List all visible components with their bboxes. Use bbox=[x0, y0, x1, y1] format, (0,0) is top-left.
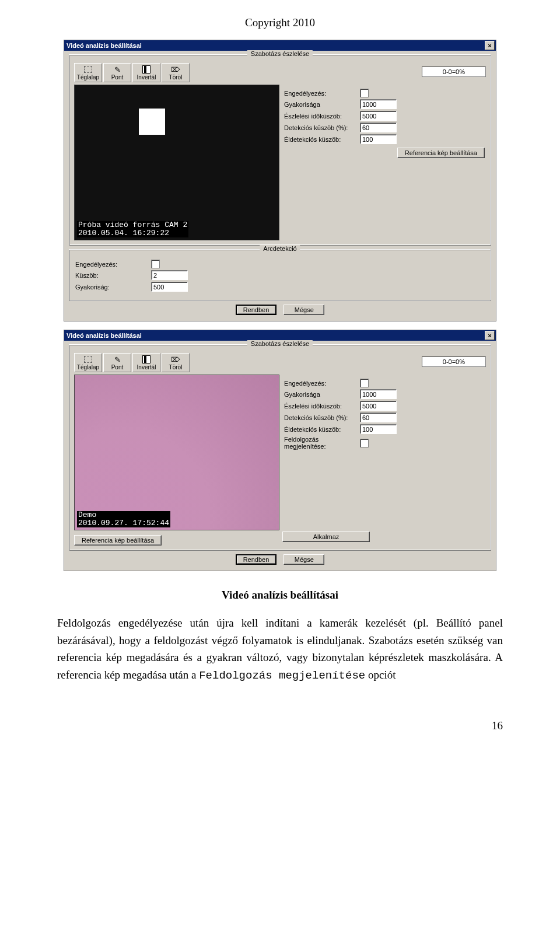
erase-icon bbox=[163, 65, 188, 74]
camera-osd: Próba videó forrás CAM 2 2010.05.04. 16:… bbox=[77, 221, 188, 237]
mask-region bbox=[139, 109, 165, 135]
tool-erase-label: Töröl bbox=[169, 74, 183, 81]
tool-invert-label: Invertál bbox=[137, 364, 156, 370]
inline-code: Feldolgozás megjelenítése bbox=[199, 669, 365, 682]
tool-point-label: Pont bbox=[111, 74, 124, 81]
sabotage-legend: Szabotázs észlelése bbox=[247, 340, 313, 347]
tool-rect-label: Téglalap bbox=[77, 364, 99, 370]
sabotage-group: Szabotázs észlelése Téglalap Pont Invert… bbox=[69, 54, 491, 246]
camera-preview[interactable]: Demo 2010.09.27. 17:52:44 bbox=[74, 375, 279, 530]
detect-time-input[interactable] bbox=[360, 111, 397, 121]
mask-toolbar: Téglalap Pont Invertál Töröl bbox=[74, 353, 191, 372]
sabotage-status: 0-0=0% bbox=[422, 67, 486, 77]
camera-preview[interactable]: Próba videó forrás CAM 2 2010.05.04. 16:… bbox=[74, 85, 279, 240]
freq-label: Gyakorisága bbox=[284, 391, 360, 398]
tool-invert-label: Invertál bbox=[137, 74, 156, 81]
tool-erase[interactable]: Töröl bbox=[162, 63, 190, 82]
tool-invert[interactable]: Invertál bbox=[132, 63, 160, 82]
face-legend: Arcdetekció bbox=[260, 245, 300, 252]
ok-button[interactable]: Rendben bbox=[236, 554, 277, 565]
invert-icon bbox=[142, 65, 150, 74]
edge-thresh-input[interactable] bbox=[360, 424, 397, 434]
show-proc-label: Feldolgozás megjelenítése: bbox=[284, 436, 360, 450]
window-title: Videó analízis beállításai bbox=[66, 42, 142, 49]
enable-checkbox[interactable] bbox=[360, 89, 369, 97]
page-number: 16 bbox=[57, 719, 503, 732]
title-bar: Videó analízis beállításai × bbox=[64, 40, 496, 51]
ok-button[interactable]: Rendben bbox=[236, 305, 277, 315]
edge-thresh-label: Éldetekciós küszöb: bbox=[284, 426, 360, 433]
rect-icon bbox=[84, 356, 92, 363]
tool-rect[interactable]: Téglalap bbox=[74, 353, 102, 372]
figure-caption: Videó analízis beállításai bbox=[57, 586, 503, 603]
tool-point[interactable]: Pont bbox=[103, 353, 131, 372]
cancel-button[interactable]: Mégse bbox=[284, 305, 324, 315]
sabotage-status: 0-0=0% bbox=[422, 356, 486, 367]
sabotage-group: Szabotázs észlelése Téglalap Pont Invert… bbox=[69, 344, 491, 551]
reference-image-button[interactable]: Referencia kép beállítása bbox=[397, 148, 485, 158]
video-analysis-dialog-1: Videó analízis beállításai × Szabotázs é… bbox=[64, 40, 496, 321]
tool-erase-label: Töröl bbox=[169, 364, 183, 370]
detect-thresh-input[interactable] bbox=[360, 123, 397, 132]
page-header: Copyright 2010 bbox=[57, 0, 503, 40]
enable-checkbox[interactable] bbox=[360, 379, 369, 387]
detect-thresh-label: Detekciós küszöb (%): bbox=[284, 414, 360, 421]
sabotage-params: Engedélyezés: Gyakorisága Észlelési idők… bbox=[283, 85, 486, 240]
erase-icon bbox=[163, 355, 188, 364]
reference-image-button[interactable]: Referencia kép beállítása bbox=[74, 535, 162, 546]
paragraph-1: Feldolgozás engedélyezése után újra kell… bbox=[57, 614, 503, 684]
face-freq-label: Gyakoriság: bbox=[75, 284, 151, 291]
freq-input[interactable] bbox=[360, 99, 397, 109]
tool-point[interactable]: Pont bbox=[103, 63, 131, 82]
invert-icon bbox=[142, 355, 150, 363]
tool-point-label: Pont bbox=[111, 364, 124, 370]
edge-thresh-label: Éldetekciós küszöb: bbox=[284, 136, 360, 143]
face-thresh-label: Küszöb: bbox=[75, 272, 151, 279]
face-enable-label: Engedélyezés: bbox=[75, 261, 151, 268]
edge-thresh-input[interactable] bbox=[360, 134, 397, 144]
tool-invert[interactable]: Invertál bbox=[132, 353, 160, 372]
enable-label: Engedélyezés: bbox=[284, 380, 360, 387]
face-detect-group: Arcdetekció Engedélyezés: Küszöb: Gyakor… bbox=[69, 249, 491, 301]
face-thresh-input[interactable] bbox=[151, 270, 188, 280]
sabotage-legend: Szabotázs észlelése bbox=[247, 50, 313, 57]
tool-erase[interactable]: Töröl bbox=[162, 353, 190, 372]
tool-rect-label: Téglalap bbox=[77, 74, 99, 81]
pen-icon bbox=[105, 355, 130, 364]
detect-thresh-label: Detekciós küszöb (%): bbox=[284, 124, 360, 131]
window-title: Videó analízis beállításai bbox=[66, 332, 142, 339]
tool-rect[interactable]: Téglalap bbox=[74, 63, 102, 82]
face-enable-checkbox[interactable] bbox=[151, 260, 160, 268]
rect-icon bbox=[84, 66, 92, 73]
close-icon[interactable]: × bbox=[485, 41, 495, 50]
detect-time-label: Észlelési időküszöb: bbox=[284, 113, 360, 120]
sabotage-params: Engedélyezés: Gyakorisága Észlelési idők… bbox=[283, 375, 486, 530]
video-analysis-dialog-2: Videó analízis beállításai × Szabotázs é… bbox=[64, 330, 496, 571]
detect-time-input[interactable] bbox=[360, 401, 397, 411]
detect-thresh-input[interactable] bbox=[360, 412, 397, 422]
freq-input[interactable] bbox=[360, 389, 397, 399]
title-bar: Videó analízis beállításai × bbox=[64, 330, 496, 341]
detect-time-label: Észlelési időküszöb: bbox=[284, 403, 360, 410]
enable-label: Engedélyezés: bbox=[284, 90, 360, 97]
mask-toolbar: Téglalap Pont Invertál Töröl bbox=[74, 63, 191, 82]
body-text: Videó analízis beállításai Feldolgozás e… bbox=[57, 586, 503, 684]
face-freq-input[interactable] bbox=[151, 282, 188, 292]
close-icon[interactable]: × bbox=[485, 331, 495, 340]
cancel-button[interactable]: Mégse bbox=[284, 554, 324, 565]
apply-button[interactable]: Alkalmaz bbox=[282, 532, 370, 542]
show-proc-checkbox[interactable] bbox=[360, 439, 369, 447]
freq-label: Gyakorisága bbox=[284, 101, 360, 108]
camera-osd: Demo 2010.09.27. 17:52:44 bbox=[77, 511, 170, 527]
pen-icon bbox=[105, 65, 130, 74]
